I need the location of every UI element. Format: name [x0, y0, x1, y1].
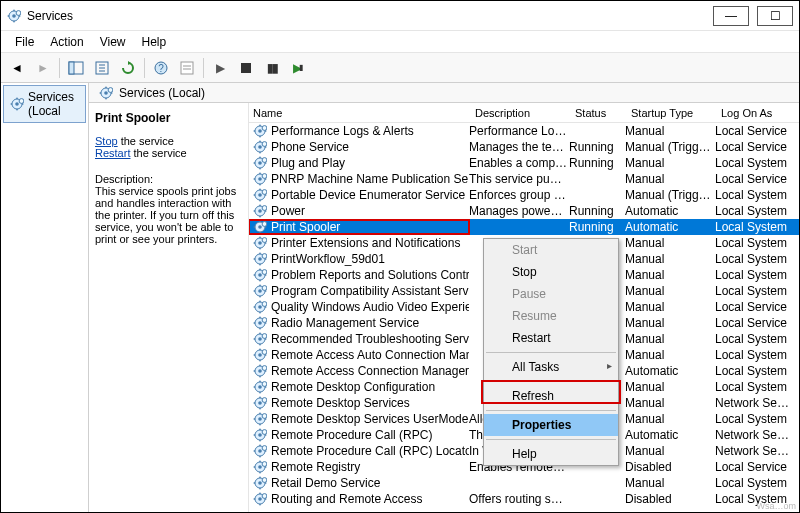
col-logon[interactable]: Log On As — [715, 105, 795, 121]
minimize-button[interactable]: — — [713, 6, 749, 26]
service-startup: Manual — [625, 236, 715, 250]
col-status[interactable]: Status — [569, 105, 625, 121]
ctx-all-tasks[interactable]: All Tasks — [484, 356, 618, 378]
ctx-stop[interactable]: Stop — [484, 261, 618, 283]
restart-service-link[interactable]: Restart — [95, 147, 130, 159]
service-startup: Manual (Trigg… — [625, 188, 715, 202]
menu-file[interactable]: File — [9, 33, 40, 51]
refresh-button[interactable] — [116, 56, 140, 80]
ctx-refresh[interactable]: Refresh — [484, 385, 618, 407]
ctx-resume: Resume — [484, 305, 618, 327]
description-pane: Print Spooler Stop the service Restart t… — [89, 103, 249, 512]
service-name-label: Routing and Remote Access — [271, 492, 422, 506]
service-desc: Manages powe… — [469, 204, 569, 218]
service-desc: Performance Lo… — [469, 124, 569, 138]
service-name-label: Remote Desktop Services UserMode Port R… — [271, 412, 469, 426]
service-name-label: Printer Extensions and Notifications — [271, 236, 460, 250]
service-name-label: Radio Management Service — [271, 316, 419, 330]
service-status: Running — [569, 220, 625, 234]
start-service-button[interactable]: ▶ — [208, 56, 232, 80]
service-row[interactable]: PNRP Machine Name Publication ServiceThi… — [249, 171, 799, 187]
service-row[interactable]: Retail Demo ServiceManualLocal System — [249, 475, 799, 491]
service-name-label: Performance Logs & Alerts — [271, 124, 414, 138]
service-logon: Local Service — [715, 140, 795, 154]
service-status: Running — [569, 156, 625, 170]
service-desc: Manages the te… — [469, 140, 569, 154]
show-hide-button[interactable] — [64, 56, 88, 80]
ctx-properties[interactable]: Properties — [484, 414, 618, 436]
service-name-label: PNRP Machine Name Publication Service — [271, 172, 469, 186]
service-row[interactable]: Routing and Remote AccessOffers routing … — [249, 491, 799, 507]
service-logon: Network Se… — [715, 428, 795, 442]
service-name-label: Remote Desktop Configuration — [271, 380, 435, 394]
service-row[interactable]: PowerManages powe…RunningAutomaticLocal … — [249, 203, 799, 219]
ctx-restart[interactable]: Restart — [484, 327, 618, 349]
ctx-start: Start — [484, 239, 618, 261]
service-name-label: Phone Service — [271, 140, 349, 154]
gear-icon — [253, 476, 267, 490]
ctx-help[interactable]: Help — [484, 443, 618, 465]
service-name-label: Remote Procedure Call (RPC) — [271, 428, 432, 442]
service-row[interactable]: Print SpoolerRunningAutomaticLocal Syste… — [249, 219, 799, 235]
forward-button[interactable]: ► — [31, 56, 55, 80]
service-startup: Automatic — [625, 428, 715, 442]
service-name-label: Remote Access Connection Manager — [271, 364, 469, 378]
gear-icon — [253, 140, 267, 154]
service-status: Running — [569, 140, 625, 154]
service-row[interactable]: Portable Device Enumerator ServiceEnforc… — [249, 187, 799, 203]
service-desc: Enables a comp… — [469, 156, 569, 170]
gear-icon — [253, 268, 267, 282]
ctx-pause: Pause — [484, 283, 618, 305]
restart-service-button[interactable]: ▶▮ — [286, 56, 310, 80]
service-row[interactable]: Phone ServiceManages the te…RunningManua… — [249, 139, 799, 155]
export-button[interactable] — [90, 56, 114, 80]
service-startup: Manual — [625, 268, 715, 282]
pause-service-button[interactable]: ▮▮ — [260, 56, 284, 80]
service-startup: Manual — [625, 124, 715, 138]
description-body: This service spools print jobs and handl… — [95, 185, 242, 245]
service-logon: Local System — [715, 364, 795, 378]
service-logon: Local System — [715, 380, 795, 394]
service-row[interactable]: Plug and PlayEnables a comp…RunningManua… — [249, 155, 799, 171]
stop-service-link[interactable]: Stop — [95, 135, 118, 147]
service-startup: Manual — [625, 476, 715, 490]
help-button[interactable]: ? — [149, 56, 173, 80]
service-startup: Manual — [625, 444, 715, 458]
service-name-label: Portable Device Enumerator Service — [271, 188, 465, 202]
gear-icon — [253, 220, 267, 234]
maximize-button[interactable]: ☐ — [757, 6, 793, 26]
col-startup[interactable]: Startup Type — [625, 105, 715, 121]
service-name-label: Plug and Play — [271, 156, 345, 170]
service-logon: Network Se… — [715, 396, 795, 410]
properties-toolbar-button[interactable] — [175, 56, 199, 80]
gear-icon — [253, 428, 267, 442]
back-button[interactable]: ◄ — [5, 56, 29, 80]
gear-icon — [253, 396, 267, 410]
toolbar: ◄ ► ? ▶ ▮▮ ▶▮ — [1, 53, 799, 83]
service-logon: Local System — [715, 412, 795, 426]
col-name[interactable]: Name — [249, 105, 469, 121]
service-name-label: Remote Procedure Call (RPC) Locator — [271, 444, 469, 458]
menu-view[interactable]: View — [94, 33, 132, 51]
service-name-label: Power — [271, 204, 305, 218]
gear-icon — [253, 316, 267, 330]
service-status: Running — [569, 204, 625, 218]
gear-icon — [253, 252, 267, 266]
col-description[interactable]: Description — [469, 105, 569, 121]
service-row[interactable]: Performance Logs & AlertsPerformance Lo…… — [249, 123, 799, 139]
service-logon: Local System — [715, 476, 795, 490]
service-name-label: Recommended Troubleshooting Servi… — [271, 332, 469, 346]
tree-item-services-local[interactable]: Services (Local — [3, 85, 86, 123]
service-logon: Local Service — [715, 460, 795, 474]
column-headers: Name Description Status Startup Type Log… — [249, 103, 799, 123]
service-startup: Manual — [625, 380, 715, 394]
menu-action[interactable]: Action — [44, 33, 89, 51]
menu-help[interactable]: Help — [136, 33, 173, 51]
gear-icon — [253, 156, 267, 170]
service-logon: Local System — [715, 332, 795, 346]
svg-text:?: ? — [158, 63, 164, 74]
stop-service-button[interactable] — [234, 56, 258, 80]
svg-rect-14 — [241, 63, 251, 73]
service-startup: Manual — [625, 172, 715, 186]
svg-rect-4 — [69, 62, 74, 74]
